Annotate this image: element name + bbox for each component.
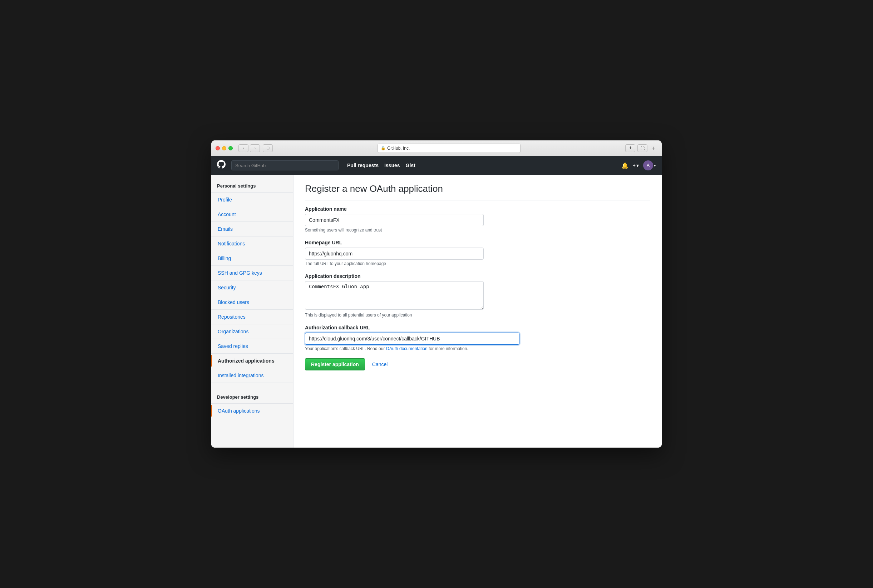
description-label: Application description xyxy=(305,273,650,279)
sidebar-item-blocked-users[interactable]: Blocked users xyxy=(211,297,293,308)
page-title: Register a new OAuth application xyxy=(305,183,650,200)
forward-button[interactable]: › xyxy=(250,144,260,152)
sidebar-divider-3 xyxy=(211,236,293,237)
callback-hint-post: for more information. xyxy=(429,346,468,351)
sidebar-item-ssh-gpg-keys[interactable]: SSH and GPG keys xyxy=(211,267,293,279)
sidebar-divider-2 xyxy=(211,222,293,222)
sidebar-divider-4 xyxy=(211,251,293,251)
traffic-lights xyxy=(216,146,233,150)
sidebar-item-organizations[interactable]: Organizations xyxy=(211,326,293,337)
sidebar-item-emails[interactable]: Emails xyxy=(211,223,293,235)
avatar-chevron-icon: ▾ xyxy=(654,163,656,168)
sidebar-divider-10 xyxy=(211,339,293,339)
cancel-link[interactable]: Cancel xyxy=(368,358,392,370)
lock-icon: 🔒 xyxy=(381,146,386,150)
sidebar-item-oauth-applications[interactable]: OAuth applications xyxy=(211,405,293,417)
sidebar-item-repositories[interactable]: Repositories xyxy=(211,311,293,322)
page-content-area: Register a new OAuth application Applica… xyxy=(293,175,662,448)
add-tab-button[interactable]: + xyxy=(649,144,657,152)
nav-issues[interactable]: Issues xyxy=(384,162,400,168)
close-button[interactable] xyxy=(216,146,220,150)
plus-chevron-icon: ▾ xyxy=(636,162,639,168)
developer-settings-title: Developer settings xyxy=(211,392,293,402)
homepage-url-label: Homepage URL xyxy=(305,240,650,245)
homepage-url-group: Homepage URL The full URL to your applic… xyxy=(305,240,650,266)
user-menu[interactable]: A ▾ xyxy=(643,160,656,170)
header-actions: 🔔 + ▾ A ▾ xyxy=(621,160,656,170)
register-application-button[interactable]: Register application xyxy=(305,358,365,370)
callback-url-input[interactable] xyxy=(305,333,520,345)
avatar: A xyxy=(643,160,653,170)
nav-pull-requests[interactable]: Pull requests xyxy=(347,162,379,168)
callback-url-group: Authorization callback URL Your applicat… xyxy=(305,325,650,351)
app-name-hint: Something users will recognize and trust xyxy=(305,228,650,232)
share-button[interactable]: ⬆ xyxy=(625,144,635,152)
callback-hint-pre: Your application's callback URL. Read ou… xyxy=(305,346,386,351)
address-text: GitHub, Inc. xyxy=(387,146,410,151)
notifications-bell[interactable]: 🔔 xyxy=(621,162,628,169)
description-group: Application description This is displaye… xyxy=(305,273,650,318)
personal-settings-title: Personal settings xyxy=(211,180,293,191)
app-name-input[interactable] xyxy=(305,214,484,226)
new-item-button[interactable]: + ▾ xyxy=(633,162,639,168)
plus-icon: + xyxy=(633,162,636,168)
form-actions: Register application Cancel xyxy=(305,358,650,370)
app-name-group: Application name Something users will re… xyxy=(305,206,650,232)
sidebar-divider-7 xyxy=(211,295,293,295)
sidebar-divider-dev-top xyxy=(211,403,293,404)
main-navigation: Pull requests Issues Gist xyxy=(347,162,415,168)
sidebar-toggle-button[interactable]: ⊡ xyxy=(263,144,273,152)
minimize-button[interactable] xyxy=(222,146,226,150)
github-logo[interactable] xyxy=(217,160,225,171)
sidebar: Personal settings Profile Account Emails… xyxy=(211,175,293,448)
sidebar-divider-9 xyxy=(211,324,293,324)
app-name-label: Application name xyxy=(305,206,650,212)
description-textarea[interactable] xyxy=(305,281,484,310)
back-button[interactable]: ‹ xyxy=(239,144,248,152)
sidebar-divider-12 xyxy=(211,368,293,368)
nav-gist[interactable]: Gist xyxy=(406,162,415,168)
sidebar-item-authorized-applications[interactable]: Authorized applications xyxy=(211,355,293,366)
title-bar-actions: ⬆ ⛶ + xyxy=(625,144,657,152)
homepage-url-hint: The full URL to your application homepag… xyxy=(305,261,650,266)
nav-buttons: ‹ › xyxy=(239,144,260,152)
search-input[interactable] xyxy=(231,160,338,170)
sidebar-divider-11 xyxy=(211,353,293,354)
title-bar: ‹ › ⊡ 🔒 GitHub, Inc. ⬆ ⛶ + xyxy=(211,140,662,156)
sidebar-divider-5 xyxy=(211,266,293,266)
oauth-docs-link[interactable]: OAuth documentation xyxy=(386,346,428,351)
description-hint: This is displayed to all potential users… xyxy=(305,313,650,318)
sidebar-item-security[interactable]: Security xyxy=(211,282,293,293)
sidebar-divider-6 xyxy=(211,280,293,280)
sidebar-item-profile[interactable]: Profile xyxy=(211,194,293,206)
browser-window: ‹ › ⊡ 🔒 GitHub, Inc. ⬆ ⛶ + Pull requests… xyxy=(211,140,662,448)
github-header: Pull requests Issues Gist 🔔 + ▾ A ▾ xyxy=(211,156,662,175)
sidebar-item-installed-integrations[interactable]: Installed integrations xyxy=(211,370,293,381)
homepage-url-input[interactable] xyxy=(305,248,484,260)
callback-url-label: Authorization callback URL xyxy=(305,325,650,330)
sidebar-divider-13 xyxy=(211,382,293,383)
callback-url-hint: Your application's callback URL. Read ou… xyxy=(305,346,650,351)
sidebar-item-notifications[interactable]: Notifications xyxy=(211,238,293,249)
fullscreen-button[interactable]: ⛶ xyxy=(637,144,648,152)
sidebar-divider-8 xyxy=(211,309,293,310)
address-bar[interactable]: 🔒 GitHub, Inc. xyxy=(377,144,520,153)
main-content: Personal settings Profile Account Emails… xyxy=(211,175,662,448)
sidebar-item-billing[interactable]: Billing xyxy=(211,252,293,264)
address-bar-container: 🔒 GitHub, Inc. xyxy=(276,144,622,153)
maximize-button[interactable] xyxy=(228,146,233,150)
sidebar-item-saved-replies[interactable]: Saved replies xyxy=(211,340,293,352)
sidebar-divider-1 xyxy=(211,207,293,207)
sidebar-item-account[interactable]: Account xyxy=(211,208,293,220)
